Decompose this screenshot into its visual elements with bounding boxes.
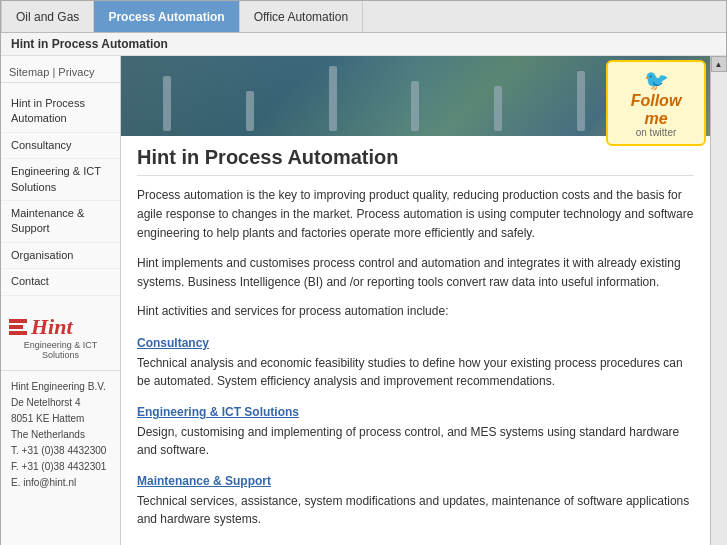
maintenance-link[interactable]: Maintenance & Support [137, 474, 271, 488]
company-country: The Netherlands [11, 427, 110, 443]
engineering-desc: Design, customising and implementing of … [137, 423, 694, 459]
intro-para-2: Hint implements and customises process c… [137, 254, 694, 292]
pipe-5 [494, 86, 502, 131]
sidebar-link-organisation[interactable]: Organisation [11, 248, 110, 263]
company-postal: 8051 KE Hattem [11, 411, 110, 427]
pipe-1 [163, 76, 171, 131]
logo-area: Hint Engineering & ICT Solutions [9, 316, 112, 360]
top-navigation: Oil and Gas Process Automation Office Au… [1, 1, 726, 33]
pipe-6 [577, 71, 585, 131]
engineering-link[interactable]: Engineering & ICT Solutions [137, 405, 299, 419]
tab-process-automation[interactable]: Process Automation [94, 1, 239, 32]
vertical-scrollbar[interactable]: ▲ ▼ [710, 56, 726, 545]
consultancy-link[interactable]: Consultancy [137, 336, 209, 350]
maintenance-desc: Technical services, assistance, system m… [137, 492, 694, 528]
company-name: Hint Engineering B.V. [11, 379, 110, 395]
page-title: Hint in Process Automation [137, 146, 694, 176]
company-fax: F. +31 (0)38 4432301 [11, 459, 110, 475]
sidebar-link-consultancy[interactable]: Consultancy [11, 138, 110, 153]
sidebar-link-maintenance[interactable]: Maintenance & Support [11, 206, 110, 237]
scroll-track-vertical [711, 72, 727, 545]
sidebar-item-contact[interactable]: Contact [1, 269, 120, 295]
sidebar-link-engineering[interactable]: Engineering & ICT Solutions [11, 164, 110, 195]
breadcrumb: Hint in Process Automation [1, 33, 726, 56]
privacy-link[interactable]: Privacy [58, 66, 94, 78]
pipe-4 [411, 81, 419, 131]
logo-bar-2 [9, 325, 23, 329]
section-engineering: Engineering & ICT Solutions Design, cust… [137, 404, 694, 459]
sidebar-link-hint-process[interactable]: Hint in Process Automation [11, 96, 110, 127]
follow-me-sub: on twitter [618, 127, 694, 138]
company-logo: Hint [9, 316, 112, 338]
tab-office-automation[interactable]: Office Automation [240, 1, 364, 32]
logo-icon [9, 319, 27, 335]
sidebar-menu: Hint in Process Automation Consultancy E… [1, 91, 120, 296]
sidebar: Sitemap | Privacy Hint in Process Automa… [1, 56, 121, 545]
section-maintenance: Maintenance & Support Technical services… [137, 473, 694, 528]
company-tel: T. +31 (0)38 4432300 [11, 443, 110, 459]
main-content: 🐦 Follow me on twitter Hint in Process A… [121, 56, 710, 545]
logo-bars [9, 319, 27, 335]
tab-oil-gas[interactable]: Oil and Gas [1, 1, 94, 32]
intro-para-1: Process automation is the key to improvi… [137, 186, 694, 244]
follow-me-banner[interactable]: 🐦 Follow me on twitter [606, 60, 706, 146]
follow-me-text: Follow me [618, 92, 694, 127]
company-address: De Netelhorst 4 [11, 395, 110, 411]
sidebar-item-engineering[interactable]: Engineering & ICT Solutions [1, 159, 120, 201]
scroll-up-button[interactable]: ▲ [711, 56, 727, 72]
sidebar-item-consultancy[interactable]: Consultancy [1, 133, 120, 159]
intro-para-3: Hint activities and services for process… [137, 302, 694, 321]
sidebar-item-hint-process[interactable]: Hint in Process Automation [1, 91, 120, 133]
sidebar-item-maintenance[interactable]: Maintenance & Support [1, 201, 120, 243]
sidebar-link-contact[interactable]: Contact [11, 274, 110, 289]
company-email: E. info@hint.nl [11, 475, 110, 491]
pipe-3 [329, 66, 337, 131]
content-body: Hint in Process Automation Process autom… [121, 136, 710, 545]
company-info: Hint Engineering B.V. De Netelhorst 4 80… [1, 370, 120, 499]
logo-text: Hint [31, 316, 73, 338]
sitemap-link[interactable]: Sitemap [9, 66, 49, 78]
logo-bar-1 [9, 319, 27, 323]
section-consultancy: Consultancy Technical analysis and econo… [137, 335, 694, 390]
sidebar-item-organisation[interactable]: Organisation [1, 243, 120, 269]
logo-subtitle: Engineering & ICT Solutions [9, 340, 112, 360]
logo-bar-3 [9, 331, 27, 335]
pipe-2 [246, 91, 254, 131]
twitter-bird-icon: 🐦 [618, 68, 694, 92]
consultancy-desc: Technical analysis and economic feasibil… [137, 354, 694, 390]
sidebar-utility-links: Sitemap | Privacy [1, 62, 120, 83]
